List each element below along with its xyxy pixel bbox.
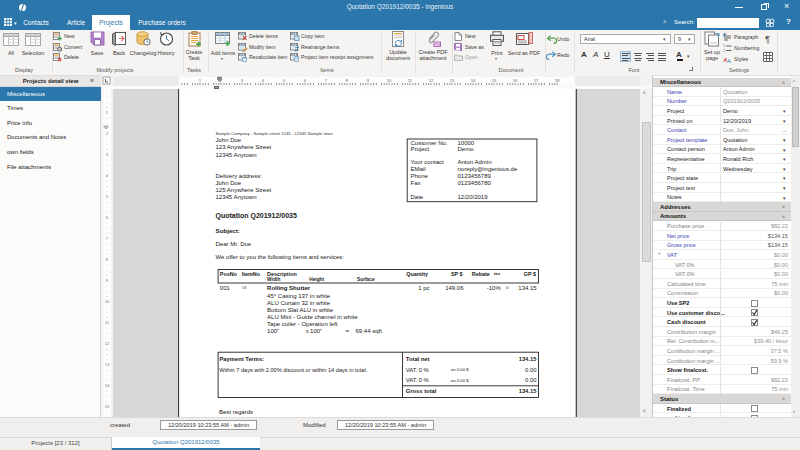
svg-text:100”: 100”: [267, 328, 279, 334]
svg-text:Rolling Shutter: Rolling Shutter: [267, 285, 311, 291]
svg-text:ALU Mini - Guide channel in wh: ALU Mini - Guide channel in white: [267, 314, 358, 320]
svg-text:16: 16: [513, 78, 518, 83]
svg-text:Bottom Slat ALU in white: Bottom Slat ALU in white: [267, 307, 334, 313]
svg-text:15: 15: [105, 404, 110, 409]
svg-text:Date: Date: [411, 194, 424, 200]
svg-text:VAT. 0 %: VAT. 0 %: [406, 367, 429, 373]
svg-text:2: 2: [723, 49, 725, 52]
svg-text:PDF: PDF: [434, 43, 440, 47]
svg-text:13: 13: [105, 362, 110, 367]
svg-text:Quotation Q201912/0035: Quotation Q201912/0035: [216, 212, 297, 220]
svg-text:18: 18: [555, 78, 560, 83]
svg-text:tax: tax: [494, 271, 501, 276]
svg-text:Subject:: Subject:: [216, 227, 240, 234]
svg-text:Phone: Phone: [411, 173, 429, 179]
svg-text:Dear Mr. Doe: Dear Mr. Doe: [216, 241, 252, 247]
svg-text:0.00: 0.00: [525, 367, 536, 373]
svg-text:Demo: Demo: [458, 146, 475, 152]
svg-text:noreply@ingenious.de: noreply@ingenious.de: [458, 166, 518, 172]
svg-text:ItemNo: ItemNo: [242, 271, 261, 277]
svg-text:1: 1: [723, 44, 725, 48]
svg-text:John Doe: John Doe: [216, 180, 242, 186]
svg-text:We offer to you the following: We offer to you the following items and …: [216, 254, 345, 260]
svg-text:100”: 100”: [310, 328, 322, 334]
svg-text:12345 Anytown: 12345 Anytown: [216, 152, 257, 158]
svg-text:001: 001: [220, 285, 231, 291]
svg-text:EMail: EMail: [411, 166, 426, 172]
svg-text:Payment Terms:: Payment Terms:: [220, 356, 265, 362]
svg-text:Within 7 days with 2.00% disco: Within 7 days with 2.00% discount or wit…: [219, 367, 367, 373]
svg-text:13: 13: [450, 78, 455, 83]
svg-text:VAT. 0 %: VAT. 0 %: [406, 377, 429, 383]
svg-text:12: 12: [105, 341, 110, 346]
svg-text:17: 17: [534, 78, 539, 83]
svg-text:123 Anywhere Street: 123 Anywhere Street: [216, 144, 272, 150]
svg-text:11: 11: [408, 78, 413, 83]
svg-text:ALU Curtain 32 in white: ALU Curtain 32 in white: [267, 300, 331, 306]
svg-text:SP $: SP $: [451, 271, 463, 277]
svg-text:on 0.00 $: on 0.00 $: [451, 378, 470, 383]
svg-text:10: 10: [387, 78, 392, 83]
svg-text:Project: Project: [411, 146, 430, 152]
svg-text:12/20/2019: 12/20/2019: [458, 194, 489, 200]
svg-text:on 0.00 $: on 0.00 $: [451, 367, 470, 372]
svg-text:x: x: [306, 328, 309, 334]
svg-text:-10%: -10%: [487, 285, 502, 291]
svg-text:#3: #3: [242, 285, 247, 290]
svg-text:12345 Anytown: 12345 Anytown: [216, 194, 257, 200]
svg-text:GP $: GP $: [524, 271, 536, 277]
svg-text:Your contact: Your contact: [411, 159, 444, 165]
svg-text:69.44 sqft: 69.44 sqft: [356, 328, 383, 334]
svg-text:Tape coiler - Operation left: Tape coiler - Operation left: [267, 321, 338, 327]
svg-text:=: =: [346, 328, 350, 334]
svg-text:A: A: [727, 58, 731, 64]
svg-text:Delivery address:: Delivery address:: [216, 173, 263, 179]
svg-text:134.15: 134.15: [519, 388, 538, 394]
svg-text:Fax: Fax: [411, 180, 421, 186]
svg-text:12: 12: [429, 78, 434, 83]
svg-text:PosNo: PosNo: [220, 271, 238, 277]
svg-text:Quantity: Quantity: [406, 271, 428, 277]
svg-text:11: 11: [105, 320, 110, 325]
svg-text:Total net: Total net: [406, 356, 430, 362]
svg-text:10: 10: [105, 299, 110, 304]
svg-text:Anton Admin: Anton Admin: [458, 159, 492, 165]
svg-text:14: 14: [105, 383, 110, 388]
svg-text:Gross total: Gross total: [406, 388, 437, 394]
svg-text:Surface: Surface: [357, 277, 375, 282]
svg-text:Height: Height: [309, 277, 324, 282]
svg-text:149.06: 149.06: [445, 285, 464, 291]
svg-text:15: 15: [492, 78, 497, 83]
svg-text:134.15: 134.15: [519, 356, 538, 362]
svg-text:John Doe: John Doe: [216, 137, 242, 143]
svg-text:125 Anywhere Street: 125 Anywhere Street: [216, 187, 272, 193]
svg-text:Rebate: Rebate: [472, 271, 490, 277]
svg-text:0123456789: 0123456789: [458, 173, 492, 179]
svg-text:Description: Description: [267, 271, 297, 277]
svg-text:Best regards: Best regards: [219, 409, 253, 415]
svg-text:Sample Company - Sample street: Sample Company - Sample street 1245 - 12…: [216, 131, 334, 136]
svg-text:45° Casing 137 in white: 45° Casing 137 in white: [267, 293, 331, 299]
svg-text:Width: Width: [267, 277, 280, 282]
svg-text:1 pc: 1 pc: [418, 285, 429, 291]
svg-text:134.15: 134.15: [518, 285, 537, 291]
svg-text:14: 14: [471, 78, 476, 83]
svg-text:0123456780: 0123456780: [458, 180, 492, 186]
svg-text:0.00: 0.00: [525, 377, 536, 383]
